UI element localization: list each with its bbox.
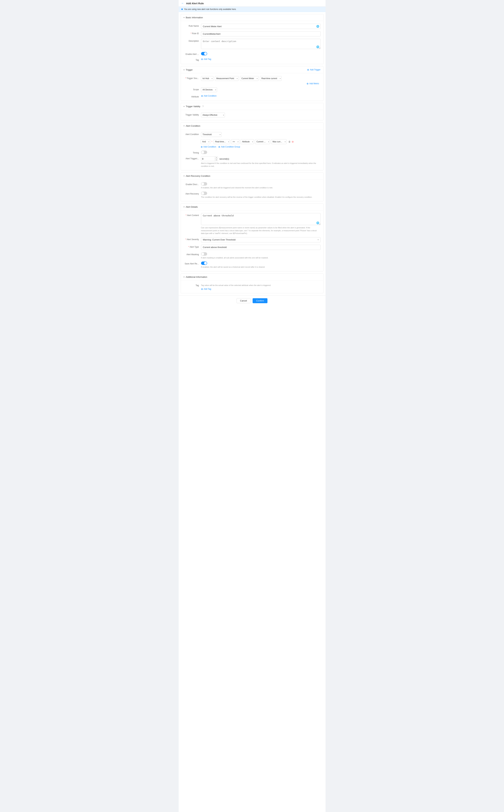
add-tag-button[interactable]: ⊕ Add Tag [201,58,211,60]
alert-severity-field: Warning: Current Over Threshold [201,237,321,242]
save-alert-field: If enabled, the alert will be saved as a… [201,261,321,268]
description-textarea[interactable] [201,39,321,49]
alert-condition-type-row: Alert Condition Threshold [184,132,321,137]
globe-icon: 🌐 [316,25,319,28]
trigger-validity-content: Trigger Validity Always Effective [181,110,323,120]
alert-type-row: * Alert Type [184,245,321,250]
add-metric-button[interactable]: ⊕ Add Metric [307,82,319,85]
page-title: Add Alert Rule [186,2,204,5]
iot-hub-select[interactable]: Iot Hub [201,76,213,81]
trigger-validity-row: Trigger Validity Always Effective [184,113,321,117]
enable-discr-label: Enable Discr... [184,182,199,186]
alert-trigger-row: Alert Triggeri... ▲ ▼ second(s) Alert is… [184,156,321,167]
description-field: 🌐 [201,39,321,50]
add-trigger-plus-icon: ⊕ [307,68,309,71]
add-condition-button[interactable]: ⊕ Add Condition [201,145,216,148]
description-row: Description 🌐 [184,39,321,50]
alert-condition-header[interactable]: ▾ Alert Condition [181,122,323,129]
trigger-label: Trigger [186,69,193,71]
enable-alert-row: Enable Alert ... [184,52,321,55]
add-condition-plus-icon: ⊕ [201,94,203,97]
alert-trigger-unit: second(s) [219,158,229,160]
max-curr-select[interactable]: Max curr... [271,139,287,144]
alert-condition-type-field: Threshold [201,132,321,137]
enable-discr-toggle[interactable] [201,182,207,186]
rule-name-field: 🌐 [201,24,321,29]
alert-details-section: ▾ Alert Details * Alert Content Current … [181,203,323,271]
alert-recovery-header[interactable]: ▾ Alert Recovery Condition [181,173,323,179]
scope-row: Scope All Devices [184,87,321,92]
trigger-validity-header[interactable]: ▾ Trigger Validity ? [181,103,323,110]
additional-info-label: Additional Information [186,276,207,278]
add-tag-label: Add Tag [204,58,211,60]
cancel-button[interactable]: Cancel [237,298,251,303]
and-select[interactable]: And [201,139,210,144]
trigger-source-field: Iot Hub Measurement Point Current Meter [201,76,321,85]
realtime-select[interactable]: Real-time... [214,139,230,144]
trigger-header[interactable]: ▾ Trigger ⊕ Add Trigger [181,66,323,73]
confirm-button[interactable]: Confirm [253,298,268,303]
measurement-point-select[interactable]: Measurement Point [215,76,239,81]
additional-info-chevron-icon: ▾ [184,276,184,278]
attribute-row: Attribute ⊕ Add Condition [184,94,321,98]
alert-condition-section: ▾ Alert Condition Alert Condition Thresh… [181,122,323,170]
basic-info-header[interactable]: ▾ Basic Information [181,14,323,21]
alert-content-textarea[interactable]: Current above threshold [201,213,321,225]
additional-add-tag-button[interactable]: ⊕ Add Tag [201,288,211,290]
enable-alert-toggle[interactable] [201,52,207,55]
add-condition-trigger-button[interactable]: ⊕ Add Condition [201,94,217,97]
back-button[interactable]: ← [181,2,184,5]
gte-select[interactable]: >= [231,139,239,144]
realtime-select-wrapper: Real-time... [214,139,230,144]
enable-alert-field [201,52,321,55]
description-label: Description [184,39,199,42]
alert-masking-toggle[interactable] [201,252,207,256]
spinner-down-button[interactable]: ▼ [215,159,218,161]
alert-condition-chevron-icon: ▾ [184,125,184,127]
alert-type-input[interactable] [201,245,321,250]
timing-toggle[interactable] [201,151,207,154]
trigger-section: ▾ Trigger ⊕ Add Trigger * Trigger Sou... [181,66,323,101]
add-condition-trigger-label: Add Condition [204,95,217,97]
alert-content-required: * [186,214,187,216]
add-metric-plus-icon: ⊕ [307,82,309,85]
enable-discr-hint: If enabled, the alert will be triggered … [201,186,321,189]
tag-field: ⊕ Add Tag [201,58,321,60]
attribute-select[interactable]: Attribute [240,139,254,144]
realtime-current-select[interactable]: Real-time current [260,76,282,81]
remove-condition-button[interactable]: ⊖ [292,140,294,143]
alert-condition-type-select[interactable]: Threshold [201,132,222,137]
delete-condition-button[interactable]: 🗑 [288,140,291,143]
alert-recovery-toggle[interactable] [201,192,207,195]
add-condition-group-button[interactable]: ⊕ Add Condition Group [218,145,240,148]
rule-id-input[interactable] [201,31,321,36]
iot-hub-select-wrapper: Iot Hub [201,76,213,81]
additional-tag-row: Tag Tag value will be the actual value o… [184,283,321,290]
alert-trigger-input[interactable] [201,157,215,161]
rule-name-input[interactable] [201,24,321,29]
additional-info-header[interactable]: ▾ Additional Information [181,274,323,280]
back-icon: ← [181,2,184,5]
alert-details-header[interactable]: ▾ Alert Details [181,203,323,210]
spinner-up-button[interactable]: ▲ [215,156,218,159]
additional-add-tag-label: Add Tag [204,288,211,290]
current-select[interactable]: Current ... [255,139,270,144]
additional-tag-field: Tag value will be the actual value of th… [201,283,321,290]
scope-select-wrapper: All Devices [201,87,217,92]
trigger-validity-select[interactable]: Always Effective [201,113,225,117]
alert-severity-select[interactable]: Warning: Current Over Threshold [201,237,321,242]
add-condition-2-label: Add Condition [203,146,216,148]
alert-content-field: Current above threshold 🌐 Can use expres… [201,213,321,235]
save-alert-toggle[interactable] [201,261,207,265]
enable-discr-field: If enabled, the alert will be triggered … [201,182,321,189]
alert-severity-label: * Alert Severity [184,237,199,241]
alert-content-hint: Can use expressions ${measurement point … [201,226,321,235]
rule-id-row: * Rule ID [184,31,321,36]
condition-row-container: And * Real-time... >= [201,139,321,148]
alert-recovery-toggle-row: Alert Recovery The condition for alert r… [184,192,321,199]
add-trigger-label: Add Trigger [310,69,320,71]
add-trigger-button[interactable]: ⊕ Add Trigger [307,68,320,71]
current-meter-select[interactable]: Current Meter [240,76,259,81]
max-curr-select-wrapper: Max curr... [271,139,287,144]
scope-select[interactable]: All Devices [201,87,217,92]
